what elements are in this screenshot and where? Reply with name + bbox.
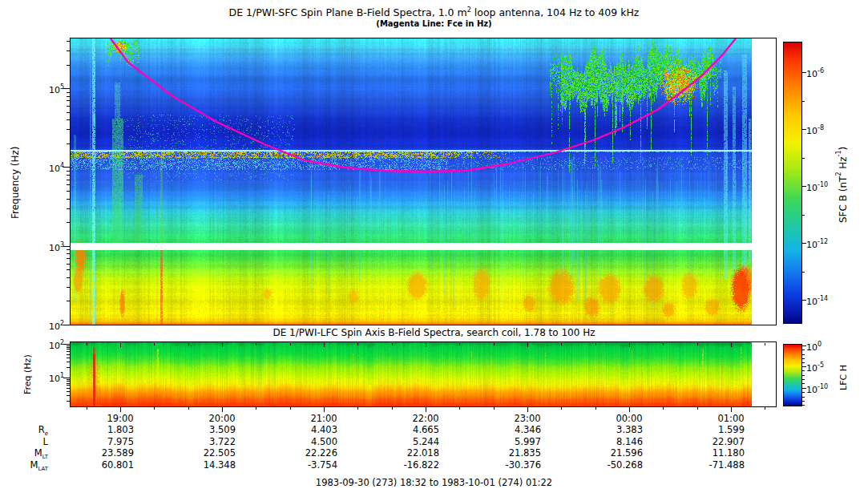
axis-tick bbox=[802, 345, 806, 346]
axis-tick bbox=[63, 88, 71, 89]
axis-tick bbox=[67, 100, 71, 101]
axis-tick bbox=[426, 343, 426, 347]
axis-tick bbox=[802, 272, 805, 273]
axis-tick bbox=[67, 362, 71, 362]
axis-tick bbox=[67, 249, 71, 250]
lfc-ytick-1e1: 101 bbox=[35, 370, 64, 384]
axis-tick bbox=[67, 208, 71, 209]
lfc-title: DE 1/PWI-LFC Spin Axis B-Field Spectra, … bbox=[0, 327, 868, 338]
axis-tick bbox=[527, 343, 528, 347]
axis-tick bbox=[697, 343, 698, 345]
axis-tick bbox=[802, 129, 806, 130]
sfc-spectrogram-canvas bbox=[71, 38, 752, 325]
axis-tick bbox=[802, 300, 806, 301]
axis-tick bbox=[357, 406, 358, 410]
time-label-20: 20:00 bbox=[198, 414, 246, 424]
axis-tick bbox=[802, 401, 805, 402]
axis-tick bbox=[87, 406, 87, 410]
eph-mlt-6: 11.180 bbox=[696, 448, 745, 459]
axis-tick bbox=[802, 358, 805, 359]
axis-tick bbox=[802, 370, 805, 371]
axis-tick bbox=[63, 344, 71, 345]
axis-tick bbox=[802, 405, 805, 406]
sfc-cbtick-1e-14: 10-14 bbox=[806, 293, 828, 307]
axis-tick bbox=[802, 388, 806, 389]
axis-tick bbox=[67, 129, 71, 130]
axis-tick bbox=[67, 175, 71, 176]
eph-l-4: 5.997 bbox=[493, 437, 541, 447]
sfc-cbtick-1e-8: 10-8 bbox=[806, 123, 824, 136]
eph-mlat-3: -16.822 bbox=[391, 460, 439, 471]
axis-tick bbox=[67, 358, 71, 358]
eph-l-3: 5.244 bbox=[391, 437, 439, 447]
eph-l-5: 8.146 bbox=[595, 437, 643, 447]
axis-tick bbox=[154, 343, 155, 345]
eph-mlat-2: -3.754 bbox=[289, 460, 337, 471]
eph-l-1: 3.722 bbox=[188, 437, 236, 447]
axis-tick bbox=[63, 246, 71, 247]
axis-tick bbox=[63, 378, 71, 378]
axis-tick bbox=[67, 180, 71, 180]
axis-tick bbox=[188, 406, 189, 410]
eph-l-2: 4.500 bbox=[289, 437, 337, 447]
lfc-cbtick-1e-5: 10-5 bbox=[806, 360, 824, 374]
axis-tick bbox=[802, 243, 806, 244]
eph-re-3: 4.665 bbox=[391, 425, 439, 435]
axis-tick bbox=[357, 343, 358, 345]
eph-mlt-2: 22.226 bbox=[289, 448, 337, 459]
eph-re-1: 3.509 bbox=[188, 425, 236, 435]
axis-tick bbox=[731, 406, 732, 412]
axis-tick bbox=[67, 191, 71, 192]
axis-tick bbox=[67, 349, 71, 350]
axis-tick bbox=[67, 391, 71, 392]
sfc-ytick-1e5: 105 bbox=[35, 82, 64, 95]
axis-tick bbox=[67, 345, 71, 346]
eph-mlat-6: -71.488 bbox=[696, 460, 745, 471]
axis-tick bbox=[426, 406, 426, 412]
axis-tick bbox=[256, 406, 256, 410]
axis-tick bbox=[222, 406, 223, 412]
eph-mlt-0: 23.589 bbox=[86, 448, 134, 459]
sfc-ytick-1e3: 103 bbox=[35, 240, 64, 253]
axis-tick bbox=[67, 383, 71, 384]
axis-tick bbox=[595, 406, 596, 410]
time-label-21: 21:00 bbox=[300, 414, 348, 424]
time-label-23: 23:00 bbox=[503, 414, 551, 424]
time-label-00: 00:00 bbox=[605, 414, 653, 424]
axis-tick bbox=[67, 106, 71, 107]
time-label-19: 19:00 bbox=[96, 414, 144, 424]
axis-tick bbox=[87, 343, 87, 345]
axis-tick bbox=[188, 343, 189, 345]
axis-tick bbox=[527, 406, 528, 412]
lfc-colorbar-label: LFC H bbox=[838, 354, 849, 402]
axis-tick bbox=[765, 406, 765, 410]
eph-re-0: 1.803 bbox=[86, 425, 134, 435]
lfc-cbtick-1e0: 100 bbox=[806, 339, 822, 353]
axis-tick bbox=[67, 199, 71, 200]
axis-tick bbox=[290, 406, 291, 410]
axis-tick bbox=[67, 401, 71, 402]
axis-tick bbox=[765, 343, 765, 345]
axis-tick bbox=[629, 343, 630, 347]
axis-tick bbox=[697, 406, 698, 410]
eph-label-mlat: MLAT bbox=[0, 460, 48, 475]
sfc-cbtick-1e-10: 10-10 bbox=[806, 180, 828, 193]
axis-tick bbox=[494, 406, 495, 410]
axis-tick bbox=[67, 92, 71, 93]
axis-tick bbox=[67, 367, 71, 368]
plot-page: DE 1/PWI-SFC Spin Plane B-Field Spectra,… bbox=[0, 0, 868, 497]
axis-tick bbox=[67, 253, 71, 254]
axis-tick bbox=[802, 392, 805, 393]
axis-tick bbox=[663, 406, 664, 410]
axis-tick bbox=[561, 343, 562, 345]
axis-tick bbox=[802, 397, 805, 398]
eph-mlat-4: -30.376 bbox=[493, 460, 541, 471]
eph-re-6: 1.599 bbox=[696, 425, 745, 435]
eph-mlt-3: 22.018 bbox=[391, 448, 439, 459]
eph-mlt-4: 21.835 bbox=[493, 448, 541, 459]
axis-tick bbox=[67, 354, 71, 355]
axis-tick bbox=[802, 362, 805, 363]
axis-tick bbox=[324, 343, 325, 347]
axis-tick bbox=[67, 395, 71, 396]
axis-tick bbox=[67, 381, 71, 382]
